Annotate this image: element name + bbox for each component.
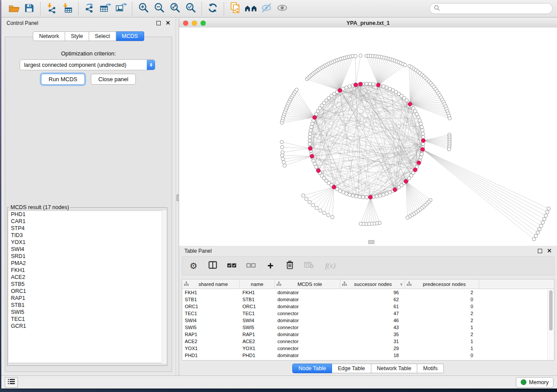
search-box[interactable] (429, 3, 553, 14)
table-scrollbar[interactable] (547, 289, 554, 360)
table-row[interactable]: SWI4 SWI4 dominator 46 2 (182, 317, 554, 324)
minimize-window-button[interactable] (192, 21, 197, 26)
table-row[interactable]: ACE2 ACE2 connector 31 1 (182, 338, 554, 345)
copy-network-button[interactable] (227, 2, 243, 16)
close-panel-button[interactable]: ✕ (166, 21, 170, 25)
first-neighbors-button[interactable] (243, 2, 259, 16)
mcds-result-item[interactable]: SWI4 (8, 246, 166, 253)
zoom-out-button[interactable] (151, 2, 167, 16)
mcds-result-item[interactable]: STP4 (8, 225, 166, 232)
export-image-icon (115, 2, 127, 15)
table-row[interactable]: SWI5 SWI5 connector 43 1 (182, 324, 554, 331)
maximize-window-button[interactable] (201, 21, 206, 26)
unchecked-boxes-icon (246, 262, 256, 270)
tab-network-table[interactable]: Network Table (371, 364, 418, 373)
table-row[interactable]: ORC1 ORC1 dominator 61 0 (182, 303, 554, 310)
import-table-button[interactable] (59, 2, 75, 16)
network-graph[interactable] (179, 28, 557, 245)
table-row[interactable]: STB1 STB1 dominator 62 0 (182, 296, 554, 303)
export-network-button[interactable] (82, 2, 97, 16)
show-all-button[interactable] (274, 2, 290, 16)
save-session-button[interactable] (21, 2, 37, 16)
mcds-result-item[interactable]: PHD1 (8, 211, 166, 218)
memory-label: Memory (529, 379, 549, 385)
mcds-tab-content: Optimization criterion: largest connecte… (5, 37, 172, 372)
mcds-result-item[interactable]: RAP1 (8, 295, 166, 302)
select-all-columns-button[interactable] (227, 261, 237, 271)
column-header-mcds-role[interactable]: MCDS role (275, 279, 340, 289)
zoom-out-icon (153, 2, 165, 15)
mcds-result-item[interactable]: CAR1 (8, 218, 166, 225)
result-list-scrollbar[interactable] (162, 210, 167, 364)
add-column-button[interactable]: + (265, 261, 276, 271)
mcds-result-item[interactable]: SWI5 (8, 309, 166, 316)
open-file-button[interactable] (6, 2, 21, 16)
column-header-name[interactable]: name (240, 279, 275, 289)
optimization-criterion-select[interactable]: largest connected component (undirected) (20, 59, 155, 70)
tab-mcds[interactable]: MCDS (116, 31, 144, 41)
close-window-button[interactable] (183, 21, 188, 26)
memory-button[interactable]: Memory (516, 377, 554, 388)
hide-selected-button[interactable] (259, 2, 274, 16)
toolbar-separator (40, 2, 41, 15)
tab-motifs[interactable]: Motifs (417, 364, 443, 373)
export-table-button[interactable] (97, 2, 113, 16)
column-header-successor-nodes[interactable]: successor nodes ∨ (340, 279, 405, 289)
float-table-panel-button[interactable] (538, 249, 542, 253)
mcds-result-item[interactable]: TEC1 (8, 316, 166, 323)
network-canvas[interactable] (179, 28, 557, 246)
attribute-type-icon (342, 282, 347, 287)
zoom-fit-button[interactable] (167, 2, 183, 16)
table-panel: Table Panel ✕ ⚙ + f(x) (179, 246, 557, 375)
split-columns-button[interactable] (208, 261, 218, 271)
mcds-result-item[interactable]: STB1 (8, 302, 166, 309)
main-toolbar (1, 0, 557, 17)
export-image-button[interactable] (113, 2, 129, 16)
toolbar-separator (132, 2, 132, 15)
search-input[interactable] (443, 5, 548, 12)
close-panel-button-2[interactable]: Close panel (91, 74, 136, 85)
table-settings-button[interactable]: ⚙ (188, 261, 199, 271)
close-table-panel-button[interactable]: ✕ (547, 249, 552, 253)
refresh-layout-button[interactable] (205, 2, 221, 16)
zoom-in-button[interactable] (135, 2, 151, 16)
task-history-button[interactable] (5, 377, 18, 388)
table-row[interactable]: PHD1 PHD1 dominator 18 0 (182, 352, 554, 359)
tab-node-table[interactable]: Node Table (292, 364, 332, 373)
import-network-button[interactable] (44, 2, 59, 16)
tab-edge-table[interactable]: Edge Table (332, 364, 371, 373)
mcds-result-item[interactable]: ORC1 (8, 288, 166, 295)
run-mcds-button[interactable]: Run MCDS (41, 74, 85, 85)
mcds-result-item[interactable]: STB5 (8, 281, 166, 288)
mcds-result-item[interactable]: YOX1 (8, 239, 166, 246)
split-columns-icon (208, 261, 217, 271)
column-header-shared-name[interactable]: shared name (182, 279, 240, 289)
tab-style[interactable]: Style (65, 31, 89, 41)
column-header-predecessor-nodes[interactable]: predecessor nodes (405, 279, 479, 289)
delete-column-button[interactable] (284, 261, 295, 271)
mcds-result-item[interactable]: TID3 (8, 232, 166, 239)
eye-icon (276, 2, 288, 15)
table-panel-titlebar: Table Panel ✕ (179, 246, 557, 256)
tab-select[interactable]: Select (89, 31, 116, 41)
zoom-selected-button[interactable] (183, 2, 198, 16)
mcds-result-item[interactable]: PMA2 (8, 260, 166, 267)
unselect-all-columns-button[interactable] (246, 261, 256, 271)
table-row[interactable]: RAP1 RAP1 dominator 35 2 (182, 331, 554, 338)
sort-descending-icon: ∨ (400, 282, 403, 286)
trash-icon (286, 261, 294, 271)
function-builder-button[interactable]: f(x) (323, 261, 338, 271)
table-row[interactable]: FKH1 FKH1 dominator 96 2 (182, 289, 554, 296)
delete-table-button[interactable] (304, 261, 314, 271)
table-row[interactable]: YOX1 YOX1 connector 29 1 (182, 345, 554, 352)
float-panel-button[interactable] (156, 21, 161, 25)
tab-network[interactable]: Network (33, 31, 65, 41)
save-icon (24, 3, 35, 15)
table-row[interactable]: TEC1 TEC1 connector 47 2 (182, 310, 554, 317)
mcds-result-item[interactable]: FKH1 (8, 267, 166, 274)
mcds-result-item[interactable]: SRD1 (8, 253, 166, 260)
table-scrollbar-thumb[interactable] (549, 290, 553, 330)
mcds-result-item[interactable]: GCR1 (8, 323, 166, 330)
canvas-scroll-handle[interactable] (368, 240, 374, 244)
mcds-result-item[interactable]: ACE2 (8, 274, 166, 281)
